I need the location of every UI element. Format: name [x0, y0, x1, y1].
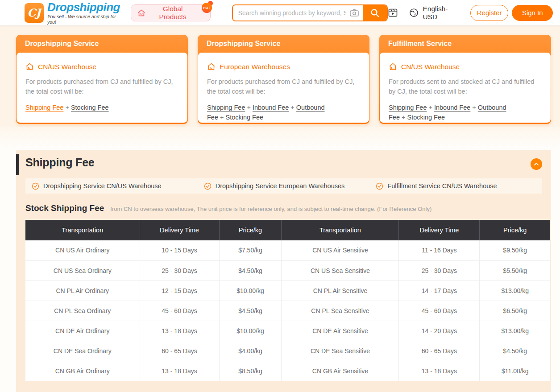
fee-link-inbound-fee[interactable]: Inbound Fee	[253, 104, 289, 111]
card-dropshipping-cnus: Dropshipping Service CN/US Warehouse For…	[16, 35, 188, 124]
table-cell: 60 - 65 Days	[399, 341, 480, 361]
search-icon	[369, 8, 380, 18]
globe-icon[interactable]	[409, 8, 419, 18]
fee-link-shipping-fee[interactable]: Shipping Fee	[389, 104, 427, 111]
table-cell: $5.50/kg	[480, 260, 550, 281]
fee-link-inbound-fee[interactable]: Inbound Fee	[434, 104, 470, 111]
logo[interactable]: CJ Dropshipping You sell - We source and…	[25, 1, 124, 25]
table-cell: CN PL Sea Ordinary	[25, 301, 140, 321]
check-circle-icon	[32, 182, 39, 190]
fee-links: Shipping Fee+Stocking Fee	[25, 103, 178, 112]
title-accent-bar	[16, 154, 19, 175]
service-label: Dropshipping Service CN/US Warehouse	[43, 182, 162, 190]
table-cell: 25 - 30 Days	[399, 260, 480, 281]
card-header: Fulfillment Service	[379, 35, 551, 53]
card-body: CN/US Warehouse For products sent to and…	[380, 53, 551, 123]
table-cell: $4.50/kg	[219, 301, 282, 321]
table-cell: 13 - 18 Days	[140, 321, 219, 341]
table-cell: 45 - 60 Days	[399, 301, 480, 321]
column-header: Transportation	[25, 220, 140, 240]
logo-monogram: CJ	[25, 3, 44, 23]
video-tutorial-icon[interactable]	[388, 8, 398, 18]
warehouse-line: European Warehouses	[207, 62, 360, 71]
register-button[interactable]: Register	[470, 5, 509, 21]
card-header: Dropshipping Service	[198, 35, 369, 53]
search-bar	[232, 4, 388, 21]
column-header: Price/kg	[219, 220, 282, 240]
fee-link-stocking-fee[interactable]: Stocking Fee	[407, 114, 445, 121]
language-currency-selector[interactable]: English-USD	[423, 5, 461, 21]
table-cell: CN GB Air Ordinary	[25, 361, 140, 381]
fee-links: Shipping Fee+Inbound Fee+Outbound Fee+St…	[207, 103, 360, 123]
fee-separator: +	[472, 104, 476, 111]
table-row: CN PL Air Ordinary12 - 15 Days$10.00/kgC…	[25, 281, 550, 301]
camera-icon[interactable]	[348, 8, 360, 18]
house-globe-icon	[137, 8, 146, 17]
fee-link-shipping-fee[interactable]: Shipping Fee	[207, 104, 245, 111]
table-row: CN US Sea Ordinary25 - 30 Days$4.50/kgCN…	[25, 260, 550, 281]
table-cell: CN US Air Ordinary	[25, 240, 140, 260]
top-right-group: English-USD Register Sign In	[388, 5, 553, 21]
table-cell: 14 - 20 Days	[399, 321, 480, 341]
table-row: CN US Air Ordinary10 - 15 Days$7.50/kgCN…	[25, 240, 550, 260]
stock-shipping-fee-heading-row: Stock Shipping Fee from CN to overseas w…	[25, 203, 542, 213]
fee-separator: +	[428, 104, 432, 111]
warehouse-icon	[207, 62, 216, 71]
background-fade	[0, 127, 560, 149]
search-input[interactable]	[233, 5, 348, 21]
hot-badge: HOT	[202, 1, 214, 13]
table-cell: 12 - 15 Days	[140, 281, 219, 301]
table-cell: $4.00/kg	[219, 341, 282, 361]
table-cell: $13.00/kg	[480, 321, 550, 341]
table-cell: 11 - 16 Days	[399, 240, 480, 260]
fee-separator: +	[247, 104, 250, 111]
table-cell: 14 - 17 Days	[399, 281, 480, 301]
table-row: CN PL Sea Ordinary45 - 60 Days$4.50/kgCN…	[25, 301, 550, 321]
service-label: Dropshipping Service European Warehouses	[216, 182, 345, 190]
table-cell: $10.00/kg	[219, 321, 282, 341]
top-bar: CJ Dropshipping You sell - We source and…	[0, 0, 560, 25]
table-cell: 25 - 30 Days	[140, 260, 219, 281]
search-button[interactable]	[363, 5, 387, 21]
table-cell: $6.50/kg	[480, 301, 550, 321]
warehouse-icon	[389, 62, 397, 71]
column-header: Price/kg	[480, 220, 550, 240]
table-cell: CN DE Sea Sensitive	[282, 341, 399, 361]
fee-link-shipping-fee[interactable]: Shipping Fee	[25, 104, 63, 111]
warehouse-line: CN/US Warehouse	[25, 62, 178, 71]
global-products-button[interactable]: Global Products HOT	[131, 4, 211, 21]
column-header: Transportation	[282, 220, 399, 240]
covered-services-band: Dropshipping Service CN/US Warehouse Dro…	[25, 178, 542, 194]
fee-separator: +	[65, 104, 69, 111]
table-cell: 13 - 18 Days	[140, 361, 219, 381]
stock-shipping-fee-table: TransportationDelivery TimePrice/kgTrans…	[25, 220, 550, 381]
table-cell: CN GB Air Sensitive	[282, 361, 399, 381]
stock-shipping-fee-heading: Stock Shipping Fee	[25, 203, 104, 213]
table-cell: $8.50/kg	[219, 361, 282, 381]
table-cell: 13 - 18 Days	[399, 361, 480, 381]
table-cell: CN US Sea Sensitive	[282, 260, 399, 281]
page: CJ Dropshipping You sell - We source and…	[0, 0, 560, 392]
column-header: Delivery Time	[140, 220, 219, 240]
global-products-label: Global Products	[149, 5, 197, 21]
section-title-bar: Shipping Fee	[16, 150, 551, 177]
fee-separator: +	[220, 114, 224, 121]
table-row: CN DE Sea Ordinary60 - 65 Days$4.00/kgCN…	[25, 341, 550, 361]
fee-link-stocking-fee[interactable]: Stocking Fee	[225, 114, 263, 121]
table-cell: CN DE Air Sensitive	[282, 321, 399, 341]
card-body: CN/US Warehouse For products purchased f…	[17, 53, 187, 123]
table-cell: CN DE Sea Ordinary	[25, 341, 140, 361]
warehouse-label: CN/US Warehouse	[401, 63, 460, 71]
table-cell: CN PL Air Ordinary	[25, 281, 140, 301]
service-item-fulfillment-cnus: Fulfillment Service CN/US Warehouse	[369, 182, 542, 190]
card-body: European Warehouses For products purchas…	[198, 53, 369, 123]
table-cell: CN US Sea Ordinary	[25, 260, 140, 281]
card-description: For products purchased from CJ and fulfi…	[25, 77, 178, 97]
card-description: For products purchased from CJ and fulfi…	[207, 77, 360, 97]
table-cell: $7.50/kg	[219, 240, 282, 260]
sign-in-button[interactable]: Sign In	[512, 5, 553, 21]
fee-link-stocking-fee[interactable]: Stocking Fee	[71, 104, 109, 111]
card-description: For products sent to and stocked at CJ a…	[389, 77, 542, 97]
fee-links: Shipping Fee+Inbound Fee+Outbound Fee+St…	[389, 103, 542, 123]
collapse-button[interactable]	[531, 158, 542, 170]
